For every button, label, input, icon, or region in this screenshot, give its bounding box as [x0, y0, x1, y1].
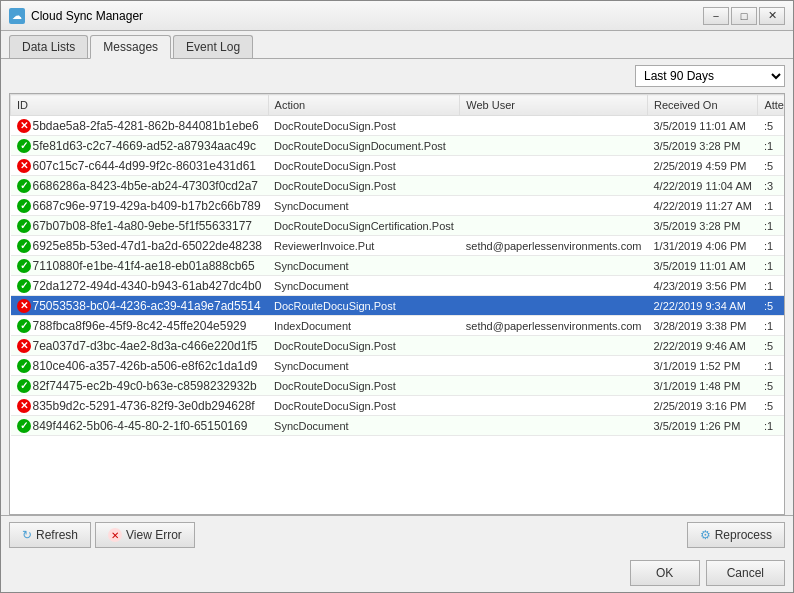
success-icon: ✓ — [17, 219, 31, 233]
cell-attempt: :1 — [758, 276, 785, 296]
cancel-button[interactable]: Cancel — [706, 560, 785, 586]
cell-user — [460, 276, 648, 296]
cell-id: ✕835b9d2c-5291-4736-82f9-3e0db294628f — [11, 396, 269, 416]
view-error-button[interactable]: ✕ View Error — [95, 522, 195, 548]
cell-action: SyncDocument — [268, 256, 460, 276]
cell-received: 2/22/2019 9:34 AM — [647, 296, 757, 316]
error-icon: ✕ — [17, 339, 31, 353]
success-icon: ✓ — [17, 259, 31, 273]
filter-toolbar: Last 90 Days Last 30 Days Last 7 Days Al… — [1, 59, 793, 93]
tab-data-lists[interactable]: Data Lists — [9, 35, 88, 58]
error-icon: ✕ — [17, 299, 31, 313]
date-filter-select[interactable]: Last 90 Days Last 30 Days Last 7 Days Al… — [635, 65, 785, 87]
tab-event-log[interactable]: Event Log — [173, 35, 253, 58]
table-row[interactable]: ✕607c15c7-c644-4d99-9f2c-86031e431d61 Do… — [11, 156, 786, 176]
cell-attempt: :5 — [758, 396, 785, 416]
cell-id: ✓72da1272-494d-4340-b943-61ab427dc4b0 — [11, 276, 269, 296]
refresh-label: Refresh — [36, 528, 78, 542]
refresh-button[interactable]: ↻ Refresh — [9, 522, 91, 548]
tab-messages[interactable]: Messages — [90, 35, 171, 59]
cell-action: DocRouteDocuSign.Post — [268, 116, 460, 136]
success-icon: ✓ — [17, 139, 31, 153]
table-row[interactable]: ✓6925e85b-53ed-47d1-ba2d-65022de48238 Re… — [11, 236, 786, 256]
success-icon: ✓ — [17, 239, 31, 253]
cell-user — [460, 176, 648, 196]
cell-user — [460, 116, 648, 136]
table-row[interactable]: ✓849f4462-5b06-4-45-80-2-1f0-65150169 Sy… — [11, 416, 786, 436]
cell-id: ✓788fbca8f96e-45f9-8c42-45ffe204e5929 — [11, 316, 269, 336]
cell-received: 3/5/2019 3:28 PM — [647, 136, 757, 156]
success-icon: ✓ — [17, 179, 31, 193]
table-row[interactable]: ✓72da1272-494d-4340-b943-61ab427dc4b0 Sy… — [11, 276, 786, 296]
maximize-button[interactable]: □ — [731, 7, 757, 25]
success-icon: ✓ — [17, 319, 31, 333]
cell-attempt: :1 — [758, 256, 785, 276]
main-window: ☁ Cloud Sync Manager − □ ✕ Data Lists Me… — [0, 0, 794, 593]
view-error-label: View Error — [126, 528, 182, 542]
table-row[interactable]: ✓6686286a-8423-4b5e-ab24-47303f0cd2a7 Do… — [11, 176, 786, 196]
cell-received: 3/5/2019 11:01 AM — [647, 116, 757, 136]
cell-attempt: :5 — [758, 336, 785, 356]
table-row[interactable]: ✓5fe81d63-c2c7-4669-ad52-a87934aac49c Do… — [11, 136, 786, 156]
table-row[interactable]: ✕75053538-bc04-4236-ac39-41a9e7ad5514 Do… — [11, 296, 786, 316]
left-actions: ↻ Refresh ✕ View Error — [9, 522, 195, 548]
view-error-icon: ✕ — [108, 528, 122, 542]
app-icon: ☁ — [9, 8, 25, 24]
messages-table: ID Action Web User Received On Attempt ✕… — [10, 94, 785, 436]
cell-received: 2/25/2019 4:59 PM — [647, 156, 757, 176]
cell-id: ✓6686286a-8423-4b5e-ab24-47303f0cd2a7 — [11, 176, 269, 196]
cell-id: ✓7110880f-e1be-41f4-ae18-eb01a888cb65 — [11, 256, 269, 276]
table-row[interactable]: ✕7ea037d7-d3bc-4ae2-8d3a-c466e220d1f5 Do… — [11, 336, 786, 356]
cell-user — [460, 256, 648, 276]
cell-attempt: :3 — [758, 176, 785, 196]
cell-action: DocRouteDocuSignDocument.Post — [268, 136, 460, 156]
right-actions: ⚙ Reprocess — [687, 522, 785, 548]
tab-bar: Data Lists Messages Event Log — [1, 31, 793, 59]
table-row[interactable]: ✓7110880f-e1be-41f4-ae18-eb01a888cb65 Sy… — [11, 256, 786, 276]
success-icon: ✓ — [17, 199, 31, 213]
refresh-icon: ↻ — [22, 528, 32, 542]
window-controls: − □ ✕ — [703, 7, 785, 25]
table-row[interactable]: ✓788fbca8f96e-45f9-8c42-45ffe204e5929 In… — [11, 316, 786, 336]
cell-user — [460, 336, 648, 356]
reprocess-label: Reprocess — [715, 528, 772, 542]
cell-user — [460, 376, 648, 396]
cell-action: DocRouteDocuSign.Post — [268, 396, 460, 416]
messages-table-container[interactable]: ID Action Web User Received On Attempt ✕… — [9, 93, 785, 515]
table-row[interactable]: ✓67b07b08-8fe1-4a80-9ebe-5f1f55633177 Do… — [11, 216, 786, 236]
close-button[interactable]: ✕ — [759, 7, 785, 25]
cell-id: ✓82f74475-ec2b-49c0-b63e-c8598232932b — [11, 376, 269, 396]
cell-attempt: :1 — [758, 236, 785, 256]
table-row[interactable]: ✕5bdae5a8-2fa5-4281-862b-844081b1ebe6 Do… — [11, 116, 786, 136]
cell-received: 2/25/2019 3:16 PM — [647, 396, 757, 416]
table-row[interactable]: ✕835b9d2c-5291-4736-82f9-3e0db294628f Do… — [11, 396, 786, 416]
success-icon: ✓ — [17, 279, 31, 293]
table-row[interactable]: ✓810ce406-a357-426b-a506-e8f62c1da1d9 Sy… — [11, 356, 786, 376]
cell-user: sethd@paperlessenvironments.com — [460, 236, 648, 256]
cell-action: DocRouteDocuSign.Post — [268, 176, 460, 196]
cell-attempt: :5 — [758, 296, 785, 316]
success-icon: ✓ — [17, 419, 31, 433]
cell-action: SyncDocument — [268, 276, 460, 296]
cell-action: DocRouteDocuSign.Post — [268, 296, 460, 316]
table-row[interactable]: ✓82f74475-ec2b-49c0-b63e-c8598232932b Do… — [11, 376, 786, 396]
table-row[interactable]: ✓6687c96e-9719-429a-b409-b17b2c66b789 Sy… — [11, 196, 786, 216]
reprocess-button[interactable]: ⚙ Reprocess — [687, 522, 785, 548]
col-webuser: Web User — [460, 95, 648, 116]
cell-received: 3/5/2019 3:28 PM — [647, 216, 757, 236]
cell-user: sethd@paperlessenvironments.com — [460, 316, 648, 336]
cell-id: ✕75053538-bc04-4236-ac39-41a9e7ad5514 — [11, 296, 269, 316]
cell-action: SyncDocument — [268, 416, 460, 436]
ok-button[interactable]: OK — [630, 560, 700, 586]
cell-received: 3/5/2019 11:01 AM — [647, 256, 757, 276]
error-icon: ✕ — [17, 159, 31, 173]
cell-action: IndexDocument — [268, 316, 460, 336]
dialog-button-bar: OK Cancel — [1, 554, 793, 592]
cell-id: ✓849f4462-5b06-4-45-80-2-1f0-65150169 — [11, 416, 269, 436]
error-icon: ✕ — [17, 399, 31, 413]
minimize-button[interactable]: − — [703, 7, 729, 25]
cell-user — [460, 416, 648, 436]
reprocess-icon: ⚙ — [700, 528, 711, 542]
cell-user — [460, 136, 648, 156]
cell-attempt: :1 — [758, 136, 785, 156]
